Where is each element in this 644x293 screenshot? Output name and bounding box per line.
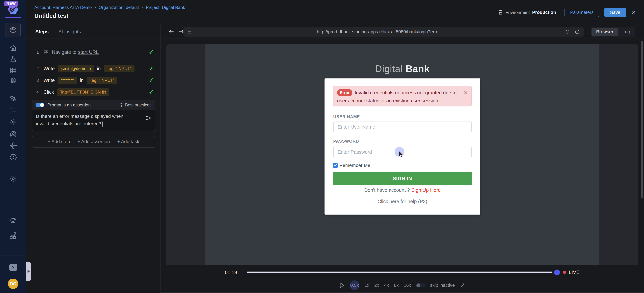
save-button[interactable]: Save bbox=[604, 8, 626, 17]
speed-16x[interactable]: 16x bbox=[404, 283, 411, 288]
assertion-prompt-text[interactable]: Is there an error message displayed when… bbox=[36, 113, 146, 127]
assertion-toggle[interactable] bbox=[36, 103, 44, 107]
app-root: NEW ? DC Account: Harness AITA Demo bbox=[0, 0, 644, 293]
add-task-button[interactable]: + Add task bbox=[117, 139, 139, 144]
sidebar-accent-divider bbox=[5, 17, 21, 18]
fullscreen-expand-icon[interactable] bbox=[460, 283, 465, 288]
skip-inactive-toggle[interactable] bbox=[416, 283, 425, 288]
toggle-knob bbox=[416, 284, 420, 287]
sidebar-item-active-module[interactable] bbox=[6, 23, 21, 37]
reload-icon[interactable] bbox=[565, 29, 570, 34]
step-row-1[interactable]: 1 Navigate to start URL ✓ bbox=[26, 46, 160, 58]
step-selector-badge[interactable]: Tag="INPUT" bbox=[87, 77, 118, 84]
sidebar-item-account-settings[interactable] bbox=[0, 175, 26, 183]
browser-toolbar: http://prod.dbank.staging-apps.relicx.ai… bbox=[161, 25, 644, 39]
timeline-track[interactable] bbox=[247, 272, 552, 273]
sidebar-item-checklist[interactable] bbox=[0, 106, 26, 114]
capsules-icon bbox=[10, 78, 17, 85]
step-row-4[interactable]: 4 Click Tag="BUTTON" SIGN IN ✓ bbox=[26, 86, 160, 98]
step-value-badge[interactable]: jsmith@demo.io bbox=[58, 65, 94, 72]
sidebar-item-grid[interactable] bbox=[0, 67, 26, 74]
sidebar-item-settings-module[interactable] bbox=[0, 118, 26, 126]
remember-me-checkbox[interactable] bbox=[333, 163, 338, 168]
sidebar-item-test-lab[interactable] bbox=[0, 55, 26, 63]
remember-me-label: Remember Me bbox=[339, 163, 370, 168]
environment-value: Production bbox=[532, 10, 556, 15]
url-bar[interactable]: http://prod.dbank.staging-apps.relicx.ai… bbox=[183, 27, 584, 37]
step-number: 3 bbox=[36, 78, 44, 83]
sidebar-item-harness-cicd[interactable] bbox=[0, 154, 26, 161]
assertion-prompt-editor[interactable]: Is there an error message displayed when… bbox=[32, 110, 155, 131]
step-value-badge[interactable]: ******** bbox=[58, 77, 77, 84]
sidebar-section-divider bbox=[0, 255, 26, 256]
breadcrumb-account[interactable]: Account: Harness AITA Demo bbox=[34, 5, 92, 10]
sidebar-item-home[interactable] bbox=[0, 44, 26, 52]
topbar-actions: Environment Production Parameters Save ✕ bbox=[498, 0, 636, 25]
add-step-button[interactable]: + Add step bbox=[48, 139, 70, 144]
panel-collapse-handle[interactable] bbox=[26, 262, 31, 281]
step-selector-badge[interactable]: Tag="INPUT" bbox=[104, 65, 134, 72]
slack-icon bbox=[10, 142, 17, 150]
sidebar-item-flow-config[interactable] bbox=[0, 231, 26, 240]
back-button[interactable] bbox=[168, 28, 174, 35]
error-badge: Error bbox=[337, 89, 352, 96]
speed-2x[interactable]: 2x bbox=[374, 283, 379, 288]
parameters-button[interactable]: Parameters bbox=[564, 8, 600, 17]
speed-1x[interactable]: 1x bbox=[364, 283, 369, 288]
environment-icon bbox=[498, 10, 503, 15]
breadcrumb-separator: › bbox=[94, 5, 96, 10]
speed-0.5x[interactable]: 0.5x bbox=[350, 281, 360, 290]
unlock-icon bbox=[187, 29, 192, 34]
add-assertion-button[interactable]: + Add assertion bbox=[77, 139, 110, 144]
assertion-toggle-label: Prompt is an assertion bbox=[47, 102, 91, 108]
tab-steps[interactable]: Steps bbox=[36, 29, 49, 34]
horizontal-scrollbar[interactable] bbox=[161, 292, 644, 293]
signup-row: Don't have account ?Sign Up Here bbox=[324, 187, 480, 193]
start-url-link[interactable]: start URL bbox=[78, 49, 98, 55]
vertical-scrollbar[interactable] bbox=[641, 41, 643, 199]
live-indicator-dot bbox=[563, 271, 566, 274]
username-field[interactable] bbox=[333, 122, 472, 132]
step-text: Navigate to bbox=[52, 49, 76, 55]
send-prompt-button[interactable] bbox=[146, 115, 152, 127]
error-close-icon[interactable]: ✕ bbox=[464, 89, 468, 97]
sidebar-item-slack[interactable] bbox=[0, 142, 26, 150]
breadcrumb-separator: › bbox=[142, 5, 143, 10]
assertion-header: Prompt is an assertion Best practices bbox=[32, 100, 155, 110]
breadcrumb-project[interactable]: Project: Digital Bank bbox=[146, 5, 185, 10]
url-text[interactable]: http://prod.dbank.staging-apps.relicx.ai… bbox=[192, 29, 565, 34]
sidebar-item-incognito[interactable] bbox=[0, 130, 26, 138]
help-link[interactable]: Click here for help (P3) bbox=[324, 199, 480, 204]
close-icon[interactable]: ✕ bbox=[632, 9, 636, 15]
sidebar-item-layers-config[interactable] bbox=[0, 217, 26, 225]
tab-ai-insights[interactable]: AI insights bbox=[58, 29, 81, 34]
url-bar-actions bbox=[565, 29, 580, 34]
speed-4x[interactable]: 4x bbox=[384, 283, 389, 288]
timeline-scrubber[interactable] bbox=[554, 270, 560, 275]
step-row-3[interactable]: 3 Write ******** in Tag="INPUT" ✓ bbox=[26, 74, 160, 86]
breadcrumb-organization[interactable]: Organization: default bbox=[98, 5, 139, 10]
password-label: PASSWORD bbox=[333, 139, 359, 144]
topbar: Account: Harness AITA Demo › Organizatio… bbox=[26, 0, 644, 25]
play-button[interactable] bbox=[340, 283, 345, 288]
sidebar-item-components[interactable] bbox=[0, 78, 26, 85]
best-practices-link[interactable]: Best practices bbox=[120, 103, 152, 107]
step-row-2[interactable]: 2 Write jsmith@demo.io in Tag="INPUT" ✓ bbox=[26, 63, 160, 74]
speed-8x[interactable]: 8x bbox=[394, 283, 399, 288]
step-selector-badge[interactable]: Tag="BUTTON" SIGN IN bbox=[57, 88, 109, 96]
tab-browser[interactable]: Browser bbox=[592, 28, 618, 36]
remember-me-row: Remember Me bbox=[333, 163, 370, 168]
info-icon bbox=[120, 103, 124, 107]
sign-up-link[interactable]: Sign Up Here bbox=[412, 187, 440, 193]
avatar[interactable]: DC bbox=[8, 279, 18, 289]
step-verb: Write bbox=[44, 78, 55, 83]
sidebar-item-pipelines[interactable] bbox=[0, 95, 26, 103]
sidebar-item-help-chat[interactable]: ? bbox=[0, 264, 26, 271]
step-success-icon: ✓ bbox=[149, 88, 154, 95]
sign-in-button[interactable]: SIGN IN bbox=[333, 172, 472, 185]
info-icon[interactable] bbox=[575, 29, 580, 34]
flag-icon bbox=[44, 50, 48, 55]
breadcrumb: Account: Harness AITA Demo › Organizatio… bbox=[34, 5, 185, 10]
toggle-knob bbox=[40, 103, 44, 107]
tab-log[interactable]: Log bbox=[618, 29, 634, 34]
